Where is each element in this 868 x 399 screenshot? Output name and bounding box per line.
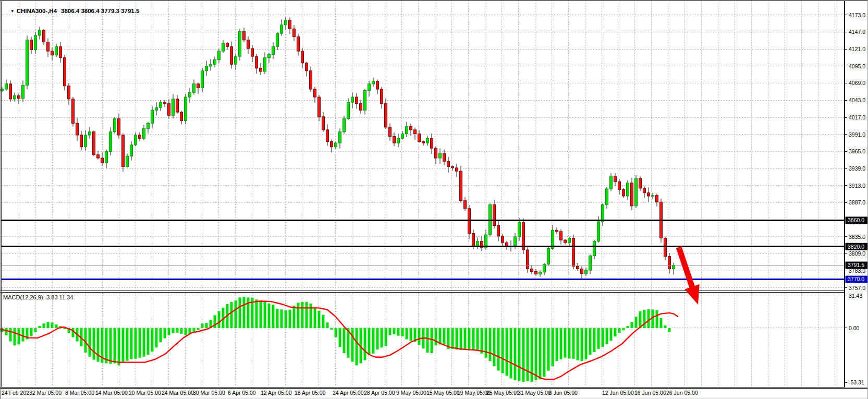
candle — [451, 166, 454, 168]
candle — [135, 135, 137, 145]
macd-bar — [527, 328, 529, 381]
candle — [443, 153, 446, 161]
macd-bar — [105, 328, 108, 364]
candle — [168, 104, 170, 116]
time-tick-label: 16 Jun 05:00 — [634, 390, 666, 396]
price-tick-label: 4121.0 — [849, 46, 865, 52]
macd-bar — [610, 328, 613, 341]
candle — [18, 96, 20, 99]
candle — [9, 84, 12, 99]
time-tick-label: 30 Mar 05:00 — [193, 390, 225, 396]
candle — [472, 234, 475, 247]
candle — [531, 269, 533, 272]
candle — [59, 46, 62, 57]
candle — [643, 188, 646, 193]
candle — [639, 178, 642, 188]
candle — [389, 127, 392, 137]
macd-bar — [627, 326, 629, 328]
chart-canvas[interactable]: 4173.04147.04121.04095.04069.04043.04017… — [0, 0, 868, 399]
symbol-dropdown-icon[interactable]: ▼ — [10, 9, 15, 14]
time-tick-label: 12 Jun 05:00 — [602, 390, 634, 396]
macd-bar — [268, 304, 271, 328]
price-tick-label: 3835.0 — [849, 234, 865, 240]
macd-bar — [506, 328, 508, 376]
price-tick-label: 3757.0 — [849, 285, 865, 291]
candle — [130, 145, 133, 156]
candle — [439, 153, 442, 158]
macd-bar — [126, 328, 129, 361]
macd-bar — [201, 323, 204, 328]
macd-bar — [585, 328, 588, 359]
candle — [30, 40, 33, 50]
candle — [251, 49, 254, 56]
macd-bar — [372, 328, 375, 354]
candle — [397, 138, 400, 143]
macd-bar — [614, 328, 617, 336]
candle — [560, 232, 563, 240]
macd-bar — [305, 302, 308, 328]
candle — [414, 130, 417, 134]
candle — [222, 43, 225, 51]
candle — [93, 132, 95, 155]
macd-bar — [597, 328, 600, 349]
macd-bar — [393, 328, 396, 334]
candle — [476, 241, 479, 247]
candle — [435, 148, 437, 158]
macd-bar — [51, 322, 54, 328]
macd-bar — [356, 328, 358, 365]
candle — [205, 66, 208, 71]
macd-bar — [493, 328, 496, 366]
candle — [431, 138, 433, 148]
candle — [376, 81, 379, 89]
time-tick-label: 18 Apr 05:00 — [295, 390, 326, 396]
candle — [656, 196, 658, 202]
candle — [464, 201, 467, 209]
candle — [114, 119, 116, 132]
macd-bar — [155, 328, 158, 347]
macd-bar — [376, 328, 379, 349]
macd-bar — [606, 328, 608, 344]
candle — [418, 134, 421, 141]
macd-bar — [289, 310, 291, 328]
macd-bar — [472, 328, 475, 350]
macd-bar — [485, 328, 487, 358]
candle — [547, 249, 550, 264]
macd-bar — [55, 324, 58, 328]
candle — [314, 89, 316, 97]
macd-bar — [602, 328, 604, 347]
symbol-period-label: CHINA300-,H4 — [17, 8, 57, 14]
macd-bar — [280, 309, 283, 328]
macd-bar — [660, 318, 663, 328]
macd-bar — [264, 301, 266, 328]
macd-bar — [497, 328, 500, 370]
macd-bar — [172, 328, 175, 333]
macd-bar — [34, 328, 37, 332]
candle — [502, 236, 504, 243]
candle — [297, 37, 300, 51]
macd-bar — [664, 325, 667, 328]
macd-bar — [318, 311, 321, 328]
macd-bar — [426, 328, 429, 353]
candle — [572, 238, 575, 266]
candle — [139, 135, 141, 138]
macd-bar — [235, 300, 237, 328]
macd-bar — [14, 328, 16, 345]
price-tick-label: 3991.0 — [849, 131, 865, 138]
macd-bar — [143, 328, 145, 357]
candle — [34, 35, 37, 50]
candle — [255, 56, 258, 68]
macd-bar — [560, 328, 563, 359]
macd-bar — [556, 328, 558, 361]
candle — [497, 226, 500, 236]
candle — [614, 176, 617, 182]
macd-bar — [260, 300, 262, 328]
candle — [535, 272, 537, 274]
candle — [97, 155, 100, 158]
candle — [422, 142, 425, 143]
candle — [618, 182, 621, 189]
candle — [155, 107, 158, 110]
candle — [226, 43, 229, 46]
time-tick-label: 14 Mar 05:00 — [95, 390, 128, 396]
time-tick-label: 12 Apr 05:00 — [261, 390, 292, 396]
macd-bar — [535, 328, 537, 380]
